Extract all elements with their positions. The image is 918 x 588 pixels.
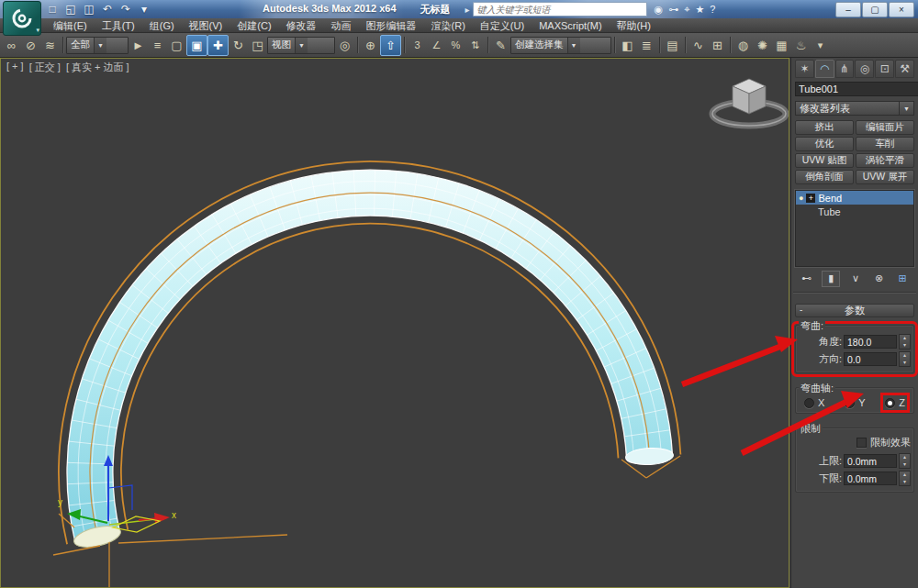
named-selection-set-dropdown[interactable]: 创建选择集 ▼ xyxy=(510,37,611,54)
extrude-button[interactable]: 挤出 xyxy=(795,120,854,135)
layer-manager-icon[interactable]: ▤ xyxy=(663,36,682,55)
spinner-snap-icon[interactable]: ⇅ xyxy=(465,36,485,55)
communication-center-icon[interactable]: ⌖ xyxy=(684,4,689,16)
hierarchy-tab-icon[interactable]: ⋔ xyxy=(835,60,855,78)
subscription-key-icon[interactable]: ⊶ xyxy=(668,4,678,16)
display-tab-icon[interactable]: ⊡ xyxy=(875,60,894,78)
material-editor-icon[interactable]: ◍ xyxy=(733,36,753,55)
select-object-icon[interactable]: ► xyxy=(129,36,148,55)
modifier-enable-bulb-icon[interactable]: ● xyxy=(799,194,803,203)
viewport-general-menu[interactable]: [ + ] xyxy=(6,61,24,74)
render-flyout-icon[interactable]: ▾ xyxy=(811,36,830,55)
spinner-up-icon[interactable]: ▴ xyxy=(900,454,910,461)
angle-spinner[interactable]: ▴ ▾ xyxy=(899,334,911,349)
curve-editor-icon[interactable]: ∿ xyxy=(688,36,708,55)
select-and-rotate-icon[interactable]: ↻ xyxy=(229,36,248,55)
limit-effect-checkbox[interactable] xyxy=(856,438,867,448)
selection-filter-dropdown[interactable]: 全部 ▼ xyxy=(66,37,129,54)
undo-icon[interactable]: ↶ xyxy=(99,2,116,17)
modify-tab-icon[interactable]: ◠ xyxy=(815,60,834,78)
minimize-button[interactable]: – xyxy=(835,2,861,17)
stack-item-bend[interactable]: ● + Bend xyxy=(796,191,913,205)
radio-icon[interactable] xyxy=(804,398,814,408)
render-production-icon[interactable]: ♨ xyxy=(791,36,811,55)
bind-to-space-warp-icon[interactable]: ≋ xyxy=(40,36,60,55)
select-and-move-icon[interactable]: ✚ xyxy=(207,35,229,56)
create-tab-icon[interactable]: ✶ xyxy=(795,60,814,78)
align-icon[interactable]: ≣ xyxy=(637,36,656,55)
schematic-view-icon[interactable]: ⊞ xyxy=(708,36,727,55)
rendered-frame-window-icon[interactable]: ▦ xyxy=(772,36,791,55)
reference-coordinate-dropdown[interactable]: 视图 ▼ xyxy=(267,37,335,54)
percent-snap-icon[interactable]: % xyxy=(446,36,465,55)
save-file-icon[interactable]: ◫ xyxy=(81,2,97,17)
window-crossing-toggle-icon[interactable]: ▣ xyxy=(186,35,207,56)
optimize-button[interactable]: 优化 xyxy=(795,137,854,151)
upper-limit-field[interactable]: 0.0mm xyxy=(844,454,897,468)
spinner-up-icon[interactable]: ▴ xyxy=(900,472,910,479)
angle-field[interactable]: 180.0 xyxy=(844,335,897,349)
direction-field[interactable]: 0.0 xyxy=(844,352,897,366)
keyboard-shortcut-override-icon[interactable]: ⇧ xyxy=(380,35,401,56)
viewport-canvas[interactable]: x y xyxy=(1,59,789,587)
utilities-tab-icon[interactable]: ⚒ xyxy=(895,60,914,78)
unwrap-uvw-button[interactable]: UVW 展开 xyxy=(856,170,914,184)
select-and-scale-icon[interactable]: ◳ xyxy=(248,36,267,55)
spinner-down-icon[interactable]: ▾ xyxy=(900,342,910,349)
motion-tab-icon[interactable]: ◎ xyxy=(855,60,874,78)
search-expand-icon[interactable]: ▸ xyxy=(465,5,470,15)
pin-stack-icon[interactable]: ⊷ xyxy=(799,272,815,286)
edit-patch-button[interactable]: 编辑面片 xyxy=(856,120,914,135)
axis-y-radio[interactable]: Y xyxy=(845,397,865,408)
redo-icon[interactable]: ↷ xyxy=(118,2,134,17)
menu-graph-editors[interactable]: 图形编辑器 xyxy=(359,18,424,33)
menu-modifiers[interactable]: 修改器 xyxy=(279,18,324,33)
menu-maxscript[interactable]: MAXScript(M) xyxy=(532,18,609,33)
direction-spinner[interactable]: ▴ ▾ xyxy=(899,351,911,367)
make-unique-icon[interactable]: ∨ xyxy=(847,272,864,286)
axis-x-radio[interactable]: X xyxy=(804,397,824,408)
close-button[interactable]: × xyxy=(889,2,914,17)
menu-tools[interactable]: 工具(T) xyxy=(95,18,142,33)
bevel-profile-button[interactable]: 倒角剖面 xyxy=(795,170,854,184)
open-file-icon[interactable]: ◱ xyxy=(62,2,79,17)
spinner-up-icon[interactable]: ▴ xyxy=(900,335,910,342)
snap-toggle-icon[interactable]: 3 xyxy=(408,36,427,55)
menu-views[interactable]: 视图(V) xyxy=(182,18,230,33)
favorites-star-icon[interactable]: ★ xyxy=(695,4,704,16)
parameters-rollout-header[interactable]: - 参数 xyxy=(795,304,914,317)
maximize-button[interactable]: ▢ xyxy=(862,2,888,17)
lower-limit-field[interactable]: 0.0mm xyxy=(844,472,897,485)
angle-snap-icon[interactable]: ∠ xyxy=(427,36,446,55)
view-cube[interactable] xyxy=(712,79,786,126)
menu-rendering[interactable]: 渲染(R) xyxy=(424,18,473,33)
show-end-result-icon[interactable]: ▮ xyxy=(822,271,840,287)
radio-selected-icon[interactable] xyxy=(885,398,895,408)
qat-more-icon[interactable]: ▾ xyxy=(136,2,152,17)
spinner-up-icon[interactable]: ▴ xyxy=(900,352,910,360)
help-icon[interactable]: ? xyxy=(710,4,715,15)
application-menu-button[interactable]: ▾ xyxy=(3,1,41,36)
use-pivot-point-icon[interactable]: ◎ xyxy=(335,36,354,55)
unlink-selection-icon[interactable]: ⊘ xyxy=(21,36,40,55)
lower-limit-spinner[interactable]: ▴ ▾ xyxy=(899,471,911,486)
menu-animation[interactable]: 动画 xyxy=(324,18,359,33)
configure-modifier-sets-icon[interactable]: ⊞ xyxy=(894,272,911,286)
search-input[interactable] xyxy=(473,2,647,17)
upper-limit-spinner[interactable]: ▴ ▾ xyxy=(899,453,911,469)
mirror-icon[interactable]: ◧ xyxy=(618,36,637,55)
spinner-down-icon[interactable]: ▾ xyxy=(900,461,910,469)
turbosmooth-button[interactable]: 涡轮平滑 xyxy=(856,153,914,168)
select-and-manipulate-icon[interactable]: ⊕ xyxy=(361,36,380,55)
stack-item-tube[interactable]: Tube xyxy=(796,205,913,218)
render-setup-icon[interactable]: ✺ xyxy=(753,36,772,55)
select-by-name-icon[interactable]: ≡ xyxy=(148,36,167,55)
search-icon[interactable]: ◉ xyxy=(655,4,664,16)
select-and-link-icon[interactable]: ∞ xyxy=(2,36,21,55)
rectangular-selection-region-icon[interactable]: ▢ xyxy=(167,36,186,55)
menu-customize[interactable]: 自定义(U) xyxy=(473,18,532,33)
lathe-button[interactable]: 车削 xyxy=(856,137,914,151)
axis-z-radio[interactable]: Z xyxy=(885,397,905,408)
viewport-shading-menu[interactable]: [ 真实 + 边面 ] xyxy=(66,61,129,74)
expand-icon[interactable]: + xyxy=(806,194,815,203)
